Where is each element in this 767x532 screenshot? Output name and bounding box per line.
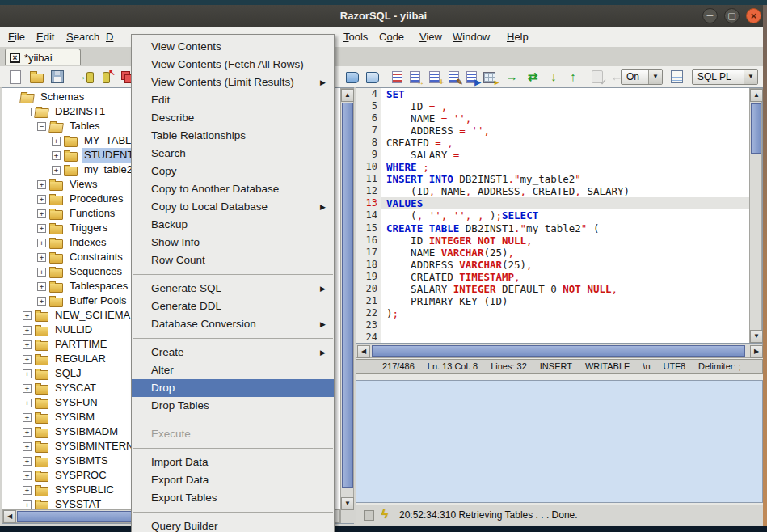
menu-search[interactable]: Search (66, 27, 99, 47)
context-menu-item-row-count[interactable]: Row Count (132, 251, 334, 269)
menu-edit[interactable]: Edit (36, 27, 54, 47)
next-statement-icon[interactable]: ↓ (545, 69, 563, 85)
context-menu-item-export-tables[interactable]: Export Tables (132, 489, 334, 507)
menu-view[interactable]: View (419, 27, 442, 47)
expand-icon[interactable]: + (37, 253, 46, 262)
editor-hscrollbar-thumb[interactable] (372, 345, 745, 357)
disconnect-database-icon[interactable]: ↖ (97, 69, 115, 85)
context-menu-item-copy-to-another-database[interactable]: Copy to Another Database (132, 180, 334, 198)
context-menu-item-view-contents-limit-results-[interactable]: View Contents (Limit Results)▶ (132, 74, 334, 91)
tab-yiibai[interactable]: × *yiibai (5, 49, 81, 65)
expand-icon[interactable]: + (52, 137, 61, 146)
context-menu-item-table-relationships[interactable]: Table Relationships (132, 127, 334, 145)
expand-icon[interactable]: + (23, 471, 32, 480)
execute-icon[interactable]: → (503, 69, 520, 85)
results-panel[interactable] (356, 380, 763, 503)
context-menu-item-alter[interactable]: Alter (132, 361, 334, 379)
results-list-icon[interactable] (388, 69, 406, 85)
scroll-left-icon[interactable]: ◀ (357, 345, 370, 358)
close-button[interactable]: × (746, 8, 761, 23)
expand-icon[interactable]: + (23, 428, 32, 437)
context-menu-item-describe[interactable]: Describe (132, 109, 334, 127)
expand-icon[interactable]: + (23, 340, 32, 349)
context-menu-item-generate-sql[interactable]: Generate SQL▶ (132, 280, 334, 298)
context-menu-item-drop[interactable]: Drop (132, 379, 334, 397)
context-menu-item-edit[interactable]: Edit (132, 91, 334, 109)
reference-book-icon[interactable] (364, 69, 381, 85)
previous-statement-icon[interactable]: ↑ (564, 69, 582, 85)
connect-database-icon[interactable]: → (76, 69, 94, 85)
expand-icon[interactable]: + (23, 413, 32, 422)
open-folder-icon[interactable] (27, 69, 45, 85)
autocommit-select[interactable]: On ▼ (621, 69, 663, 85)
run-query-icon[interactable]: ▶ (462, 69, 480, 85)
log-icon[interactable] (668, 69, 685, 85)
tree-scrollbar-thumb[interactable] (342, 103, 353, 488)
editor-scrollbar-thumb[interactable] (751, 103, 761, 154)
scroll-up-icon[interactable]: ▲ (341, 89, 354, 102)
expand-icon[interactable]: + (23, 311, 32, 320)
expand-icon[interactable]: + (37, 239, 46, 247)
menu-code[interactable]: Code (379, 27, 404, 47)
minimize-button[interactable]: ─ (702, 8, 718, 23)
context-menu-item-database-conversion[interactable]: Database Conversion▶ (132, 315, 334, 333)
context-menu-item-backup[interactable]: Backup (132, 216, 334, 234)
collapse-icon[interactable]: − (37, 122, 46, 131)
expand-icon[interactable]: + (52, 166, 61, 175)
editor-horizontal-scrollbar[interactable]: ◀ ▶ (356, 344, 763, 358)
context-menu-item-view-contents[interactable]: View Contents (132, 38, 334, 56)
expand-icon[interactable]: + (23, 486, 32, 495)
help-book-icon[interactable] (343, 69, 361, 85)
new-file-icon[interactable] (6, 69, 24, 85)
code-area[interactable]: SET ID = , NAME = '', ADDRESS = '',CREAT… (381, 88, 749, 343)
expand-icon[interactable]: + (23, 442, 32, 451)
menu-help[interactable]: Help (507, 27, 529, 47)
reconnect-icon[interactable]: ⇄ (524, 69, 542, 85)
menu-file[interactable]: File (8, 27, 25, 47)
scroll-left-icon[interactable]: ◀ (3, 510, 16, 523)
collapse-icon[interactable]: − (23, 108, 32, 116)
menu-window[interactable]: Window (453, 27, 490, 47)
scroll-up-icon[interactable]: ▲ (750, 89, 763, 102)
context-menu-item-view-contents-fetch-all-rows-[interactable]: View Contents (Fetch All Rows) (132, 56, 334, 74)
expand-icon[interactable]: + (52, 151, 61, 160)
sql-language-select[interactable]: SQL PL ▼ (692, 69, 758, 85)
sql-editor[interactable]: 456789101112131415161718192021222324 SET… (356, 87, 763, 344)
context-menu-item-copy-to-local-database[interactable]: Copy to Local Database▶ (132, 198, 334, 216)
context-menu-item-create[interactable]: Create▶ (132, 344, 334, 361)
expand-icon[interactable]: + (37, 195, 46, 204)
editor-vertical-scrollbar[interactable]: ▲ ▼ (749, 88, 762, 343)
expand-icon[interactable]: + (23, 384, 32, 393)
scroll-right-icon[interactable]: ▶ (750, 345, 763, 358)
expand-icon[interactable]: + (23, 457, 32, 466)
context-menu-item-drop-tables[interactable]: Drop Tables (132, 397, 334, 415)
expand-icon[interactable]: + (23, 326, 32, 335)
insert-row-icon[interactable]: + (425, 69, 443, 85)
title-bar[interactable]: RazorSQL - yiibai ─ ▢ × (0, 5, 767, 27)
context-menu-item-import-data[interactable]: Import Data (132, 454, 334, 471)
context-menu-item-export-data[interactable]: Export Data (132, 471, 334, 489)
edit-query-icon[interactable]: ✎ (445, 69, 462, 85)
expand-icon[interactable]: + (23, 355, 32, 364)
context-menu-item-show-info[interactable]: Show Info (132, 234, 334, 251)
fetch-rows-icon[interactable]: → (406, 69, 424, 85)
context-menu-item-query-builder[interactable]: Query Builder (132, 517, 334, 532)
context-menu-item-generate-ddl[interactable]: Generate DDL (132, 298, 334, 315)
tree-vertical-scrollbar[interactable]: ▲ ▼ (340, 88, 354, 523)
expand-icon[interactable]: + (37, 224, 46, 233)
expand-icon[interactable]: + (37, 282, 46, 291)
expand-icon[interactable]: + (23, 369, 32, 378)
save-icon[interactable] (48, 69, 66, 85)
menu-tools[interactable]: Tools (343, 27, 368, 47)
expand-icon[interactable]: + (23, 399, 32, 407)
maximize-button[interactable]: ▢ (724, 8, 740, 23)
scroll-down-icon[interactable]: ▼ (750, 330, 763, 343)
expand-icon[interactable]: + (37, 297, 46, 306)
expand-icon[interactable]: + (23, 500, 32, 509)
context-menu-item-copy[interactable]: Copy (132, 163, 334, 180)
expand-icon[interactable]: + (37, 180, 46, 189)
context-menu-item-search[interactable]: Search (132, 145, 334, 163)
expand-icon[interactable]: + (37, 209, 46, 218)
scroll-down-icon[interactable]: ▼ (341, 497, 354, 510)
export-table-icon[interactable]: ▸ (480, 69, 498, 85)
